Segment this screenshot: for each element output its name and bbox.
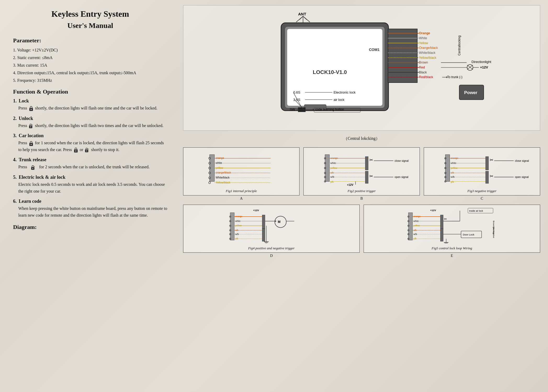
svg-text:Black: Black [419,71,427,74]
func-num-4: 4. [13,157,17,162]
fig5-label: Fig5 control lock loop Wiring [366,246,538,250]
svg-point-9 [86,151,87,151]
svg-text:+12V: +12V [480,65,488,69]
svg-text:✂: ✂ [369,158,373,163]
fig3-box: orange white yellow ✂ close signal [424,147,540,195]
list-item: 3. Max current: 15A [13,62,167,68]
svg-text:COM1: COM1 [369,48,380,52]
func-num-5: 5. [13,175,17,180]
fig4-svg: +12V orange white yellow [185,207,357,244]
func-desc-lock: Press shortly, the direction lights will… [13,105,167,112]
fig1-svg: orange white yellow orange/black White/b… [185,150,297,186]
diagram-heading: Diagram: [13,224,167,230]
svg-rect-108 [365,171,368,183]
svg-point-48 [467,65,473,70]
fig1-container: orange white yellow orange/black White/b… [183,147,300,201]
svg-text:+12V: +12V [430,209,436,212]
svg-text:y/b: y/b [330,181,334,183]
svg-text:open signal: open signal [515,176,529,178]
right-column: ANT LOCK10-V1.0 [178,0,548,392]
fig3-label: Fig3 negative trigger [426,189,538,193]
svg-text:✂: ✂ [369,174,373,179]
svg-rect-21 [388,29,417,83]
svg-text:open signal: open signal [395,176,408,178]
fig4-box: +12V orange white yellow [183,205,360,253]
func-lock: 1. Lock Press shortly, the direction lig… [13,98,167,112]
subtitle: User's Manual [13,21,167,30]
fig3-svg: orange white yellow ✂ close signal [426,150,538,186]
func-title-location: Car location [19,133,44,138]
func-title-learn: Learn code [19,199,41,204]
unlock-icon-2 [85,147,91,153]
svg-text:Orange: Orange [419,31,430,35]
func-title-lock: Lock [19,98,29,103]
svg-text:y/b: y/b [451,181,454,183]
svg-text:White: White [419,36,427,40]
svg-point-5 [31,144,32,145]
svg-point-156 [275,216,286,228]
svg-rect-188 [440,215,443,229]
svg-text:White/black: White/black [216,176,230,179]
central-title: （Central lokcking） [183,136,540,141]
svg-text:✂: ✂ [490,174,493,179]
function-section: 1. Lock Press shortly, the direction lig… [13,98,167,218]
fig3-letter: C [424,197,540,201]
svg-point-7 [75,151,76,152]
svg-line-71 [297,110,306,110]
svg-text:close signal: close signal [395,159,409,162]
bottom-diagrams: （Central lokcking） orange white [183,136,540,258]
lock-icon-2 [29,141,33,146]
func-car-location: 3. Car location Press for 1 second when … [13,133,167,153]
fig2-svg: orange white yellow ✂ cl [306,150,417,186]
list-item: 4. Direction output≤15A, central lock ou… [13,70,167,76]
func-title-trunk: Trunk release [19,157,47,162]
fig5-box: +12V Inside air lock orange white [364,205,540,253]
func-desc-electric: Electric lock needs 0.5 seconds to work … [13,181,167,194]
svg-text:3.6S: 3.6S [293,98,300,102]
fig5-letter: E [364,254,540,258]
svg-rect-127 [486,157,489,170]
fig-row-2: +12V orange white yellow [183,205,540,258]
svg-marker-159 [275,220,276,222]
svg-rect-198 [440,229,443,241]
fig2-container: orange white yellow ✂ cl [303,147,420,201]
svg-text:Red/black: Red/black [419,75,433,79]
fig2-label: Fig2 positive trigger [306,189,417,193]
func-trunk: 4. Trunk release Press for 2 seconds whe… [13,157,167,170]
func-desc-trunk: Press for 2 seconds when the car is unlo… [13,164,167,170]
func-electric-lock: 5. Electric lock & air lock Electric loc… [13,175,167,194]
svg-text:0.6S: 0.6S [293,90,300,94]
function-heading: Function & Operation [13,88,167,95]
fig4-letter: D [183,254,360,258]
func-num-6: 6. [13,199,17,204]
func-title-unlock: Unlock [19,116,33,121]
lock-icon [29,106,33,111]
func-desc-location: Press for 1 second when the car is locke… [13,140,167,153]
svg-text:code learning button: code learning button [315,108,344,111]
left-column: Keyless Entry System User's Manual Param… [0,0,178,392]
svg-point-3 [30,126,31,127]
svg-text:Electronic lock: Electronic lock [334,90,356,94]
svg-text:SW: SW [290,107,295,111]
svg-text:Orange/black: Orange/black [419,46,438,50]
svg-text:✂: ✂ [444,217,447,221]
func-num-2: 2. [13,116,17,121]
lock-icon-3 [74,147,78,153]
svg-text:Red: Red [419,66,425,69]
fig1-box: orange white yellow orange/black White/b… [183,147,300,195]
fig-row-1: orange white yellow orange/black White/b… [183,147,540,201]
svg-text:close signal: close signal [515,159,529,162]
parameter-heading: Parameter: [13,37,167,44]
fig5-container: +12V Inside air lock orange white [364,205,540,258]
parameter-list: 1. Voltage: +12V±2V(DC) 2. Static curren… [13,47,167,84]
svg-text:G/b negative: G/b negative [493,226,495,238]
svg-point-90 [208,182,210,183]
ant-label: ANT [298,12,306,16]
func-num-1: 1. [13,98,17,103]
svg-point-11 [32,168,33,169]
page: Keyless Entry System User's Manual Param… [0,0,548,392]
svg-text:White/black: White/black [419,51,436,55]
list-item: 1. Voltage: +12V±2V(DC) [13,47,167,53]
svg-text:yellow: yellow [216,166,223,169]
func-title-electric: Electric lock & air lock [19,175,66,180]
